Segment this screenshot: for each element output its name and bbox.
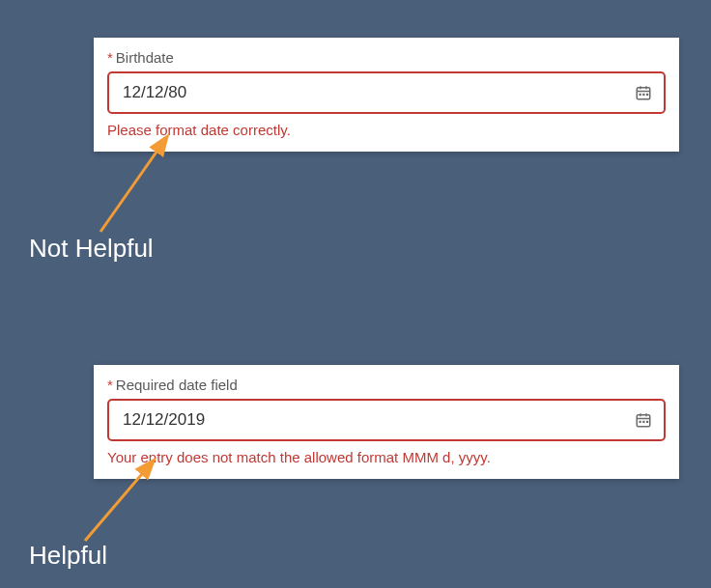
- calendar-icon[interactable]: [635, 84, 652, 101]
- date-input-value: 12/12/2019: [123, 410, 205, 429]
- annotation-label-bad: Not Helpful: [29, 234, 154, 264]
- svg-rect-4: [640, 94, 641, 96]
- form-card-bad-example: *Birthdate 12/12/80 Please format date c…: [94, 38, 679, 152]
- svg-rect-5: [642, 94, 644, 96]
- required-indicator: *: [107, 49, 113, 66]
- annotation-label-good: Helpful: [29, 541, 107, 571]
- label-text: Birthdate: [116, 49, 174, 66]
- svg-rect-14: [642, 421, 644, 423]
- date-input-value: 12/12/80: [123, 83, 186, 101]
- calendar-icon[interactable]: [635, 411, 652, 429]
- field-label: *Required date field: [107, 377, 666, 393]
- required-indicator: *: [107, 377, 113, 393]
- form-card-good-example: *Required date field 12/12/2019 Your ent…: [94, 365, 679, 479]
- svg-rect-6: [646, 94, 648, 96]
- date-input[interactable]: 12/12/80: [107, 71, 666, 114]
- svg-line-8: [100, 138, 166, 232]
- field-label: *Birthdate: [107, 49, 666, 66]
- error-message: Please format date correctly.: [107, 122, 666, 138]
- error-message: Your entry does not match the allowed fo…: [107, 449, 666, 465]
- label-text: Required date field: [116, 377, 238, 393]
- date-input[interactable]: 12/12/2019: [107, 399, 666, 441]
- svg-rect-15: [646, 421, 648, 423]
- svg-rect-13: [640, 421, 641, 423]
